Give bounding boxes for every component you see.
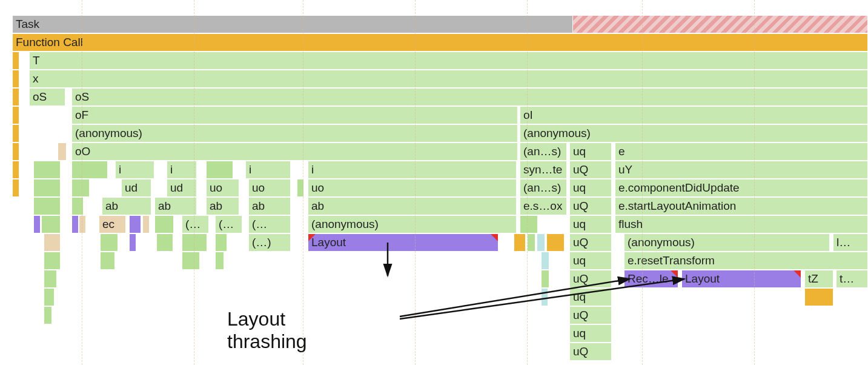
flame-bar[interactable]: i [308,161,517,179]
flame-bar[interactable]: oS [29,88,65,106]
flame-bar[interactable]: uY [615,161,868,179]
flame-bar[interactable] [129,215,141,233]
flame-bar[interactable]: ec [99,215,126,233]
flame-bar[interactable]: (anonymous) [624,233,830,252]
flame-bar[interactable]: tZ [804,270,833,288]
flame-bar[interactable]: e [615,142,868,161]
flame-bar[interactable]: l… [833,233,868,252]
flame-bar[interactable]: (… [215,215,242,233]
flame-bar[interactable] [154,215,174,233]
flame-bar[interactable]: ab [308,197,517,215]
flame-chart[interactable]: TaskFunction CallTxoSoSoFoI(anonymous)(a… [0,0,868,365]
flame-bar[interactable] [541,270,549,288]
flame-bar[interactable]: syn…te [520,161,567,179]
flame-bar[interactable] [12,88,19,106]
flame-bar[interactable]: i [245,161,291,179]
flame-bar[interactable] [546,233,565,252]
flame-bar[interactable] [12,106,19,124]
flame-bar[interactable] [206,161,233,179]
flame-bar[interactable] [215,252,224,270]
flame-bar[interactable] [71,197,84,215]
flame-bar[interactable] [71,161,108,179]
flame-bar[interactable] [44,233,61,252]
flame-bar[interactable] [33,161,61,179]
flame-bar[interactable]: uq [569,252,612,270]
flame-bar[interactable]: oS [71,88,868,106]
flame-bar[interactable] [182,233,207,252]
flame-bar[interactable]: x [29,70,868,88]
flame-bar[interactable] [215,233,227,252]
flame-bar[interactable] [12,70,19,88]
flame-bar[interactable] [12,179,19,197]
flame-bar[interactable]: t… [836,270,868,288]
flame-bar[interactable]: uQ [569,161,612,179]
flame-bar[interactable]: oI [520,106,868,124]
flame-bar[interactable]: uo [248,179,291,197]
flame-bar[interactable]: Function Call [12,33,868,52]
flame-bar[interactable] [79,215,86,233]
flame-bar[interactable]: ud [167,179,197,197]
flame-bar[interactable] [12,161,19,179]
flame-bar[interactable]: uq [569,215,612,233]
flame-bar[interactable]: i [115,161,154,179]
flame-bar[interactable]: e.startLayoutAnimation [615,197,868,215]
flame-bar[interactable] [12,142,19,161]
flame-bar[interactable]: T [29,52,868,70]
flame-bar[interactable]: uq [569,288,612,306]
flame-bar[interactable]: uo [308,179,517,197]
flame-bar[interactable] [44,270,57,288]
flame-bar[interactable]: uQ [569,306,612,324]
flame-bar[interactable]: (… [248,215,291,233]
flame-bar[interactable]: uo [206,179,239,197]
flame-bar[interactable] [71,179,90,197]
flame-bar[interactable]: (…) [248,233,291,252]
flame-bar[interactable]: ab [154,197,197,215]
flame-bar[interactable]: Rec…le [624,270,678,288]
flame-bar[interactable]: e.componentDidUpdate [615,179,868,197]
flame-bar[interactable] [514,233,526,252]
flame-bar[interactable] [142,215,150,233]
flame-bar[interactable]: (an…s) [520,179,567,197]
flame-bar[interactable]: ud [121,179,151,197]
flame-bar[interactable]: (anonymous) [520,124,868,142]
flame-bar[interactable] [58,142,67,161]
flame-bar[interactable]: e.resetTransform [624,252,868,270]
flame-bar[interactable]: (anonymous) [71,124,518,142]
flame-bar[interactable] [100,252,115,270]
flame-bar[interactable] [541,288,548,306]
flame-bar[interactable] [804,288,833,306]
flame-bar[interactable] [156,233,173,252]
flame-bar[interactable] [527,233,535,252]
flame-bar[interactable] [537,233,545,252]
flame-bar[interactable]: uq [569,324,612,343]
flame-bar[interactable]: Layout [681,270,801,288]
flame-bar[interactable] [44,288,55,306]
flame-bar[interactable]: uQ [569,233,612,252]
flame-bar[interactable]: ab [102,197,151,215]
flame-bar[interactable] [520,215,538,233]
flame-bar[interactable] [41,215,61,233]
flame-bar[interactable]: ab [206,197,239,215]
flame-bar[interactable] [71,215,79,233]
flame-bar[interactable]: uq [569,179,612,197]
flame-bar[interactable] [33,197,61,215]
flame-bar[interactable] [297,179,304,197]
flame-bar[interactable] [12,124,19,142]
flame-bar[interactable]: e.s…ox [520,197,567,215]
flame-bar[interactable]: uQ [569,270,612,288]
flame-bar[interactable]: Layout [308,233,499,252]
flame-bar[interactable]: uq [569,142,612,161]
flame-bar[interactable]: oO [71,142,518,161]
flame-bar[interactable] [44,306,52,324]
flame-bar[interactable]: uQ [569,197,612,215]
flame-bar[interactable] [12,52,19,70]
flame-bar[interactable]: ab [248,197,291,215]
flame-bar[interactable] [129,233,136,252]
flame-bar[interactable] [44,252,61,270]
flame-bar[interactable]: (an…s) [520,142,567,161]
flame-bar[interactable] [33,179,61,197]
flame-bar[interactable]: flush [615,215,868,233]
flame-bar[interactable]: (… [182,215,209,233]
flame-bar[interactable]: oF [71,106,518,124]
flame-bar[interactable] [33,215,41,233]
